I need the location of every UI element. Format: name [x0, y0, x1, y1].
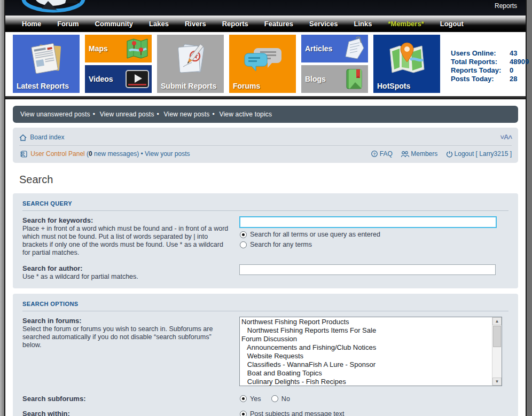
subforums-no-radio[interactable] [271, 395, 278, 402]
user-icon [19, 151, 27, 158]
user-links-left: User Control Panel (0 new messages) • Vi… [19, 150, 190, 158]
nav-lakes[interactable]: Lakes [141, 20, 177, 28]
stat-posts-today: Posts Today: 28 [451, 75, 529, 83]
tile-blogs[interactable]: Blogs [301, 65, 368, 93]
view-unread-link[interactable]: View unread posts [100, 111, 154, 118]
nav-community[interactable]: Community [87, 20, 142, 28]
terms-all-option[interactable]: Search for all terms or use query as ent… [239, 231, 508, 238]
nav-reports[interactable]: Reports [214, 20, 256, 28]
tile-label: Submit Reports [161, 82, 216, 90]
stat-label: Total Reports: [451, 58, 510, 66]
view-your-posts-link[interactable]: View your posts [145, 150, 190, 158]
terms-any-radio[interactable] [240, 241, 247, 248]
view-posts-bar: View unanswered posts• View unread posts… [13, 106, 518, 123]
ucp-link[interactable]: User Control Panel [30, 150, 84, 158]
subforums-yes-radio[interactable] [240, 395, 247, 402]
nav-features[interactable]: Features [256, 20, 301, 28]
tile-forums[interactable]: Forums [229, 35, 296, 93]
page-title: Search [19, 174, 518, 186]
tile-stack-articles-blogs: Articles Blogs [301, 35, 368, 93]
search-within-controls: Post subjects and message text Message t… [232, 407, 508, 416]
nav-home[interactable]: Home [14, 20, 49, 28]
within-posts-radio[interactable] [240, 411, 247, 416]
scroll-up-arrow[interactable]: ▲ [492, 317, 502, 325]
newspaper-icon [27, 42, 66, 77]
stat-label: Users Online: [451, 49, 510, 58]
tile-latest-reports[interactable]: Latest Reports [13, 35, 80, 93]
within-posts-option[interactable]: Post subjects and message text [239, 410, 508, 416]
font-size-control[interactable]: ˅A˄ [500, 133, 512, 141]
forums-controls: Northwest Fishing Report Products Northw… [232, 317, 508, 386]
forums-label: Search in forums: [22, 317, 232, 325]
terms-any-label: Search for any terms [250, 241, 312, 248]
forum-option[interactable]: Culinary Delights - Fish Recipes [241, 378, 491, 386]
view-active-link[interactable]: View active topics [219, 111, 272, 118]
tile-maps[interactable]: Maps [85, 35, 152, 62]
stat-value: 28 [510, 75, 529, 83]
topbar-reports-link[interactable]: Reports [495, 2, 517, 10]
stat-total-reports: Total Reports: 48909 [451, 58, 529, 66]
forum-option[interactable]: Northwest Fishing Reports Items For Sale [241, 326, 491, 335]
forum-option[interactable]: Boat and Boating Topics [241, 369, 491, 378]
search-query-panel: SEARCH QUERY Search for keywords: Place … [13, 193, 518, 288]
subforums-row: Search subforums: Yes No [22, 395, 508, 404]
forum-option[interactable]: Northwest Fishing Report Products [241, 318, 491, 326]
search-options-panel: SEARCH OPTIONS Search in forums: Select … [13, 294, 518, 416]
faq-link[interactable]: FAQ [380, 150, 393, 158]
book-icon [343, 67, 366, 91]
listbox-scrollbar[interactable]: ▲ ▼ [492, 317, 502, 386]
board-index-link[interactable]: Board index [30, 134, 64, 141]
forums-listbox[interactable]: Northwest Fishing Report Products Northw… [239, 317, 502, 386]
subforums-label: Search subforums: [22, 395, 232, 403]
stat-users-online: Users Online: 43 [451, 49, 529, 58]
chat-bubbles-icon [242, 43, 284, 76]
tile-submit-reports[interactable]: Submit Reports [157, 35, 224, 93]
view-unanswered-link[interactable]: View unanswered posts [20, 111, 90, 118]
nav-services[interactable]: Services [301, 20, 346, 28]
tile-articles[interactable]: Articles [301, 35, 368, 62]
bullet-separator: • [157, 111, 159, 118]
nav-links[interactable]: Links [346, 20, 380, 28]
search-options-title: SEARCH OPTIONS [22, 299, 508, 311]
stat-label: Posts Today: [451, 75, 510, 83]
tile-hotspots[interactable]: HotSpots [373, 35, 440, 93]
subforums-controls: Yes No [232, 395, 508, 404]
logout-link[interactable]: Logout [ Larry3215 ] [455, 150, 512, 158]
view-new-link[interactable]: View new posts [164, 111, 210, 118]
top-bar: Reports [5, 0, 526, 15]
forum-option[interactable]: Classifieds - WannaFish A Lure - Sponsor [241, 360, 491, 369]
scroll-thumb[interactable] [493, 326, 501, 347]
search-within-row: Search within: Post subjects and message… [22, 410, 508, 416]
tile-label: Videos [89, 75, 113, 83]
nav-forum[interactable]: Forum [49, 20, 87, 28]
members-link[interactable]: Members [411, 150, 437, 158]
subforums-no-option[interactable]: No [271, 395, 290, 403]
breadcrumb-panel: Board index ˅A˄ User Control Panel (0 ne… [13, 128, 518, 163]
scroll-down-arrow[interactable]: ▼ [492, 378, 502, 386]
tile-videos[interactable]: Videos [85, 65, 152, 93]
nav-rivers[interactable]: Rivers [177, 20, 214, 28]
keywords-input[interactable] [239, 216, 497, 228]
author-row: Search for author: Use * as a wildcard f… [22, 264, 508, 281]
faq-group: ?FAQ [371, 150, 394, 158]
subforums-label-block: Search subforums: [22, 395, 232, 404]
terms-all-label: Search for all terms or use query as ent… [250, 231, 380, 238]
terms-any-option[interactable]: Search for any terms [239, 241, 508, 248]
forum-option[interactable]: Website Requests [241, 352, 491, 360]
home-icon [19, 134, 27, 141]
members-group: Members [401, 150, 439, 158]
tile-stack-maps-videos: Maps Videos [85, 35, 152, 93]
terms-all-radio[interactable] [240, 231, 247, 238]
messages-rest: new messages) [92, 150, 139, 158]
author-description: Use * as a wildcard for partial matches. [22, 273, 232, 281]
nav-logout[interactable]: Logout [432, 20, 472, 28]
author-controls [232, 264, 508, 281]
subforums-yes-option[interactable]: Yes [239, 395, 261, 403]
forum-option[interactable]: Announcements and Fishing/Club Notices [241, 343, 491, 352]
stats-panel: Users Online: 43 Total Reports: 48909 Re… [445, 35, 529, 93]
forum-option[interactable]: Forum Discussion [241, 335, 491, 343]
keywords-label-block: Search for keywords: Place + in front of… [22, 216, 232, 257]
author-input[interactable] [239, 264, 496, 275]
nav-members[interactable]: *Members* [380, 20, 432, 28]
forums-description: Select the forum or forums you wish to s… [22, 325, 232, 349]
